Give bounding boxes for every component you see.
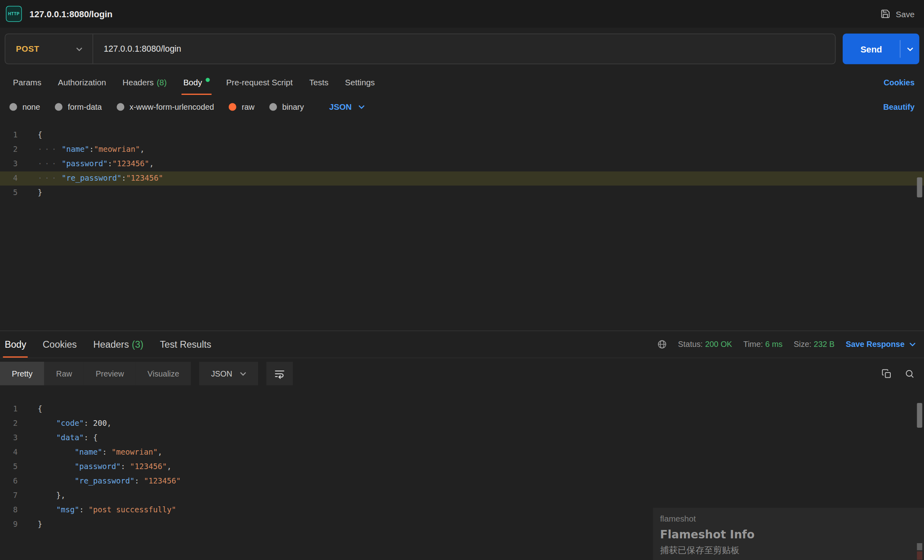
language-label: JSON — [211, 369, 232, 378]
flameshot-app-name: flameshot — [660, 514, 917, 523]
wrap-text-button[interactable] — [266, 362, 293, 385]
beautify-link[interactable]: Beautify — [883, 102, 914, 111]
code-line[interactable]: 1{ — [0, 128, 924, 142]
save-icon — [880, 9, 890, 19]
save-button[interactable]: Save — [880, 9, 914, 19]
scrollbar-thumb[interactable] — [917, 403, 922, 428]
code-line[interactable]: 2···"name":"meowrian", — [0, 142, 924, 157]
code-text[interactable]: } — [27, 517, 42, 532]
line-number: 7 — [0, 488, 27, 503]
mode-label: binary — [282, 102, 304, 111]
search-icon[interactable] — [904, 369, 914, 379]
radio-icon — [269, 103, 277, 111]
send-options-button[interactable] — [900, 34, 919, 64]
code-text[interactable]: "name": "meowrian", — [27, 445, 162, 459]
send-label[interactable]: Send — [843, 34, 900, 64]
line-number: 1 — [0, 128, 27, 142]
code-line[interactable]: 6 "re_password": "123456" — [0, 474, 924, 488]
code-text[interactable]: "password": "123456", — [27, 459, 171, 474]
view-raw-button[interactable]: Raw — [44, 362, 84, 385]
body-mode-raw[interactable]: raw — [229, 102, 254, 111]
code-line[interactable]: 7 }, — [0, 488, 924, 503]
send-button[interactable]: Send — [843, 34, 919, 64]
code-line[interactable]: 2 "code": 200, — [0, 416, 924, 431]
response-tab-body[interactable]: Body — [0, 331, 34, 358]
chevron-down-icon — [907, 47, 913, 51]
response-language-select[interactable]: JSON — [199, 362, 258, 385]
request-title: 127.0.0.1:8080/login — [30, 9, 113, 19]
http-request-icon: HTTP — [6, 6, 22, 22]
tab-label: Cookies — [43, 339, 77, 349]
mode-label: none — [22, 102, 40, 111]
tab-headers[interactable]: Headers(8) — [114, 70, 175, 95]
cookies-link[interactable]: Cookies — [884, 78, 914, 87]
headers-count-badge: (3) — [132, 339, 143, 349]
chevron-down-icon — [909, 342, 916, 346]
unsaved-changes-dot — [206, 77, 210, 81]
line-number: 5 — [0, 459, 27, 474]
chevron-down-icon — [76, 47, 83, 51]
code-text[interactable]: "msg": "post successfully" — [27, 503, 176, 517]
tab-tests[interactable]: Tests — [301, 70, 337, 95]
code-text[interactable]: { — [27, 128, 42, 142]
code-line[interactable]: 5 "password": "123456", — [0, 459, 924, 474]
code-text[interactable]: { — [27, 402, 42, 416]
body-mode-x-www-form-urlencoded[interactable]: x-www-form-urlencoded — [117, 102, 214, 111]
code-line[interactable]: 4 "name": "meowrian", — [0, 445, 924, 459]
url-box: POST — [5, 34, 836, 64]
code-text[interactable]: ···"re_password":"123456" — [27, 171, 163, 185]
code-line[interactable]: 5} — [0, 185, 924, 200]
tab-label: Settings — [345, 78, 375, 87]
response-tab-test-results[interactable]: Test Results — [151, 331, 219, 358]
tab-authorization[interactable]: Authorization — [50, 70, 114, 95]
line-number: 1 — [0, 402, 27, 416]
response-tab-headers[interactable]: Headers(3) — [85, 331, 151, 358]
code-text[interactable]: }, — [27, 488, 66, 503]
radio-icon — [10, 103, 17, 111]
method-select[interactable]: POST — [5, 34, 93, 64]
scrollbar-thumb[interactable] — [917, 177, 922, 197]
request-tabs: Params Authorization Headers(8) Body Pre… — [0, 70, 924, 95]
mode-label: x-www-form-urlencoded — [129, 102, 214, 111]
tab-pre-request-script[interactable]: Pre-request Script — [218, 70, 301, 95]
wrap-text-icon — [274, 368, 285, 379]
body-mode-form-data[interactable]: form-data — [55, 102, 102, 111]
code-line[interactable]: 3 "data": { — [0, 431, 924, 445]
body-language-select[interactable]: JSON — [329, 102, 365, 111]
view-visualize-button[interactable]: Visualize — [136, 362, 191, 385]
globe-icon[interactable] — [657, 339, 667, 349]
http-icon-label: HTTP — [8, 12, 20, 16]
radio-icon — [117, 103, 124, 111]
line-number: 3 — [0, 431, 27, 445]
tab-label: Headers — [93, 339, 129, 349]
code-text[interactable]: ···"name":"meowrian", — [27, 142, 145, 157]
code-line[interactable]: 3···"password":"123456", — [0, 157, 924, 171]
line-number: 2 — [0, 142, 27, 157]
tab-params[interactable]: Params — [5, 70, 50, 95]
line-number: 4 — [0, 171, 27, 185]
tab-settings[interactable]: Settings — [337, 70, 383, 95]
code-line[interactable]: 4···"re_password":"123456" — [0, 171, 924, 185]
code-text[interactable]: } — [27, 185, 42, 200]
view-pretty-button[interactable]: Pretty — [0, 362, 44, 385]
request-url-row: POST Send — [0, 28, 924, 70]
request-body-editor[interactable]: 1{2···"name":"meowrian",3···"password":"… — [0, 119, 924, 330]
code-text[interactable]: "data": { — [27, 431, 98, 445]
response-tab-cookies[interactable]: Cookies — [34, 331, 85, 358]
code-text[interactable]: ···"password":"123456", — [27, 157, 154, 171]
copy-icon[interactable] — [882, 369, 892, 379]
save-response-button[interactable]: Save Response — [846, 340, 916, 349]
flameshot-notification: flameshot Flameshot Info 捕获已保存至剪贴板 — [653, 508, 924, 560]
response-view-toolbar: Pretty Raw Preview Visualize JSON — [0, 358, 924, 389]
tab-body[interactable]: Body — [175, 70, 218, 95]
code-line[interactable]: 1{ — [0, 402, 924, 416]
code-text[interactable]: "re_password": "123456" — [27, 474, 181, 488]
tab-label: Tests — [309, 78, 329, 87]
line-number: 4 — [0, 445, 27, 459]
api-client-window: HTTP 127.0.0.1:8080/login Save POST Send — [0, 0, 924, 560]
code-text[interactable]: "code": 200, — [27, 416, 112, 431]
body-mode-none[interactable]: none — [10, 102, 40, 111]
view-preview-button[interactable]: Preview — [84, 362, 135, 385]
body-mode-binary[interactable]: binary — [269, 102, 304, 111]
url-input[interactable] — [93, 44, 835, 54]
